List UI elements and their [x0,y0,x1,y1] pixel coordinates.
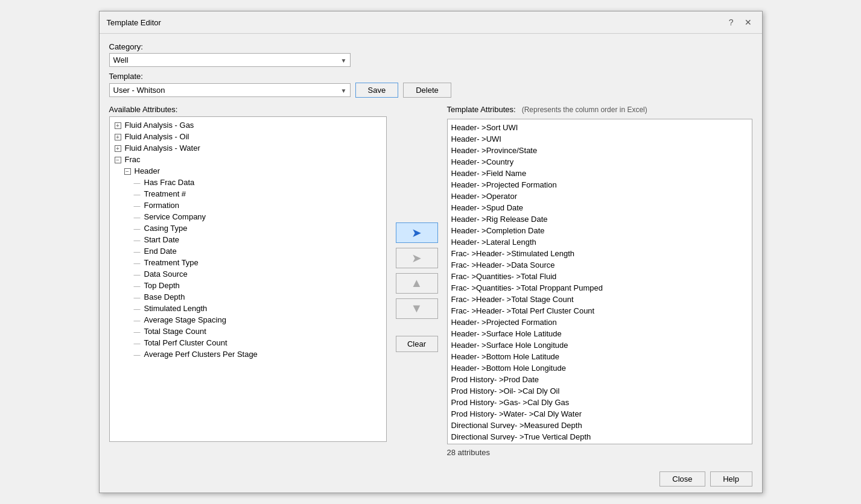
template-attr-item[interactable]: Header- >Sort UWI [451,122,748,133]
template-attr-item[interactable]: Header- >Projected Formation [451,179,748,191]
tree-item-label: Top Depth [144,281,180,290]
tree-leaf-indicator: — [134,213,141,221]
tree-item-label: Fluid Analysis - Gas [125,121,194,130]
tree-item[interactable]: —Average Perf Clusters Per Stage [112,348,384,360]
tree-item[interactable]: +Fluid Analysis - Oil [112,131,384,142]
clear-button[interactable]: Clear [396,336,438,352]
template-attr-item[interactable]: Directional Survey- >Measured Depth [451,420,748,431]
tree-leaf-indicator: — [134,225,141,232]
template-attr-item[interactable]: Header- >Spud Date [451,202,748,213]
tree-leaf-indicator: — [134,339,141,347]
template-attr-item[interactable]: Frac- >Header- >Stimulated Length [451,248,748,259]
add-attribute-button[interactable]: ➤ [396,222,438,243]
template-attr-item[interactable]: Header- >Rig Release Date [451,213,748,225]
template-attr-item[interactable]: Header- >Country [451,156,748,168]
tree-item[interactable]: +Fluid Analysis - Water [112,142,384,154]
template-attr-item[interactable]: Header- >Projected Formation [451,317,748,328]
tree-leaf-indicator: — [134,259,141,266]
template-attr-item[interactable]: Directional Survey- >True Vertical Depth [451,431,748,443]
template-attr-item[interactable]: Header- >Surface Hole Longitude [451,339,748,351]
template-attr-item[interactable]: Prod History- >Oil- >Cal Dly Oil [451,385,748,397]
tree-item[interactable]: —Stimulated Length [112,303,384,314]
template-attr-item[interactable]: Prod History- >Water- >Cal Dly Water [451,408,748,420]
tree-item-label: Treatment # [144,189,186,198]
tree-item[interactable]: −Frac [112,154,384,165]
attribute-count: 28 attributes [447,448,752,457]
tree-item-label: Base Depth [144,292,185,301]
title-bar-controls: ? ✕ [726,16,755,28]
tree-item-label: Start Date [144,235,180,244]
available-attributes-label: Available Attributes: [109,105,387,114]
tree-item[interactable]: —Total Stage Count [112,326,384,337]
tree-item-label: Total Perf Cluster Count [144,338,227,347]
tree-item-label: Header [135,166,160,175]
tree-item-label: Total Stage Count [144,327,206,336]
tree-leaf-indicator: — [134,202,141,209]
tree-item-label: End Date [144,247,177,256]
template-attr-item[interactable]: Header- >Completion Date [451,225,748,236]
remove-attribute-button[interactable]: ➤ [396,248,438,268]
title-bar: Template Editor ? ✕ [100,11,762,34]
tree-item[interactable]: —Base Depth [112,291,384,303]
right-panel: Template Attributes: (Represents the col… [447,105,752,457]
template-select[interactable]: User - Whitson Default [109,83,351,97]
tree-item-label: Casing Type [144,224,188,233]
dialog-body: Category: Well Production Completion ▼ T… [100,34,762,465]
tree-item-label: Fluid Analysis - Oil [125,132,189,141]
template-attr-item[interactable]: Frac- >Header- >Data Source [451,259,748,271]
close-button[interactable]: Close [659,471,705,487]
template-attr-item[interactable]: Header- >Field Name [451,168,748,179]
template-attr-item[interactable]: Frac- >Header- >Total Stage Count [451,294,748,305]
tree-item[interactable]: —Start Date [112,234,384,245]
tree-item[interactable]: —Formation [112,200,384,211]
tree-item-label: Frac [125,155,141,164]
available-attributes-tree[interactable]: +Fluid Analysis - Gas+Fluid Analysis - O… [109,116,387,442]
tree-leaf-indicator: — [134,248,141,255]
tree-item[interactable]: —Top Depth [112,280,384,291]
close-title-btn[interactable]: ✕ [742,16,755,28]
move-down-button[interactable]: ▼ [396,298,438,319]
tree-item[interactable]: —End Date [112,245,384,257]
template-attr-item[interactable]: Prod History- >Gas- >Cal Dly Gas [451,397,748,408]
tree-leaf-indicator: — [134,305,141,312]
tree-item-label: Average Perf Clusters Per Stage [144,350,258,359]
delete-button[interactable]: Delete [403,83,451,98]
template-attr-item[interactable]: Header- >Surface Hole Latitude [451,328,748,339]
template-attr-item[interactable]: Frac- >Quantities- >Total Fluid [451,271,748,282]
template-attr-item[interactable]: Header- >Bottom Hole Latitude [451,351,748,362]
template-attr-item[interactable]: Prod History- >Prod Date [451,374,748,385]
tree-item[interactable]: —Total Perf Cluster Count [112,337,384,348]
tree-item-label: Has Frac Data [144,178,195,187]
tree-item[interactable]: —Service Company [112,211,384,222]
template-editor-dialog: Template Editor ? ✕ Category: Well Produ… [99,11,763,493]
tree-item[interactable]: −Header [112,165,384,177]
help-title-btn[interactable]: ? [726,16,737,28]
tree-item[interactable]: —Casing Type [112,222,384,234]
main-content: Available Attributes: +Fluid Analysis - … [109,105,752,457]
template-attr-item[interactable]: Frac- >Header- >Total Perf Cluster Count [451,305,748,317]
template-attributes-list[interactable]: Header- >Sort UWIHeader- >UWIHeader- >Pr… [447,119,752,444]
template-attr-item[interactable]: Frac- >Quantities- >Total Proppant Pumpe… [451,282,748,294]
tree-item[interactable]: +Fluid Analysis - Gas [112,119,384,131]
tree-item[interactable]: —Data Source [112,268,384,280]
tree-item[interactable]: —Treatment # [112,188,384,200]
template-attr-item[interactable]: Header- >Bottom Hole Longitude [451,362,748,374]
footer: Close Help [100,465,762,493]
tree-leaf-indicator: — [134,317,141,324]
template-attr-item[interactable]: Header- >Lateral Length [451,236,748,248]
category-select[interactable]: Well Production Completion [109,53,351,67]
template-attributes-hint: (Represents the column order in Excel) [522,106,647,114]
tree-item[interactable]: —Average Stage Spacing [112,314,384,326]
tree-item[interactable]: —Has Frac Data [112,177,384,188]
category-row: Category: Well Production Completion ▼ [109,42,752,67]
tree-expand-icon: + [115,122,122,129]
tree-item[interactable]: —Treatment Type [112,257,384,268]
template-attr-item[interactable]: Header- >Province/State [451,145,748,156]
template-attr-item[interactable]: Header- >Operator [451,191,748,202]
template-attr-item[interactable]: Header- >UWI [451,133,748,145]
tree-expand-icon: + [115,133,122,140]
move-up-button[interactable]: ▲ [396,273,438,294]
tree-item-label: Treatment Type [144,258,199,267]
save-button[interactable]: Save [355,83,399,98]
help-button[interactable]: Help [710,471,752,487]
